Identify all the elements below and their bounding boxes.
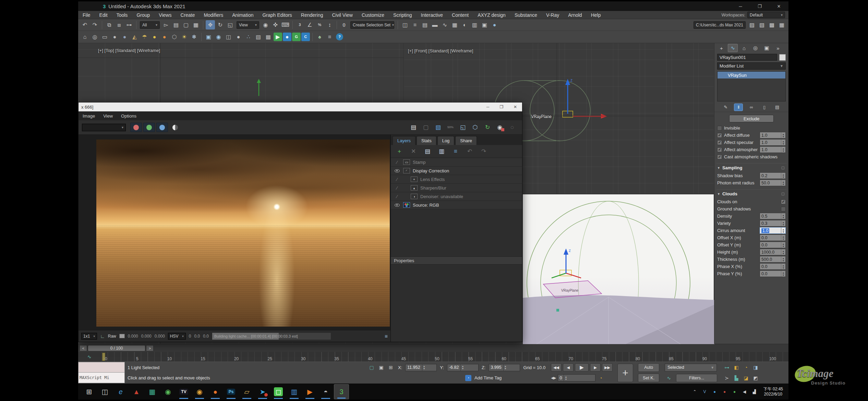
material-editor-icon[interactable]: ◐: [460, 20, 469, 29]
maxscript-macro-row[interactable]: [78, 362, 125, 373]
layer-visibility-toggle[interactable]: ⁄: [391, 160, 403, 165]
region-render-icon[interactable]: ▧: [434, 123, 443, 132]
load-layer-tree-icon[interactable]: ▥: [437, 147, 446, 156]
spinner-arrows[interactable]: ▴▾: [781, 173, 785, 179]
go-to-end-button[interactable]: ▶▶: [602, 363, 613, 372]
export-icon[interactable]: ▦: [777, 20, 786, 29]
tab-log[interactable]: Log: [437, 136, 455, 145]
redo-icon[interactable]: ↷: [90, 20, 99, 29]
task-view-button[interactable]: ◫: [97, 384, 112, 399]
value-spinner[interactable]: 0.0▴▾: [760, 242, 786, 248]
menu-substance[interactable]: Substance: [510, 12, 542, 18]
vfb-minimize-button[interactable]: ─: [481, 102, 495, 111]
redo-icon[interactable]: ↷: [479, 147, 488, 156]
value-spinner[interactable]: 50.0▴▾: [760, 180, 786, 186]
sphere-yellow-icon[interactable]: ●: [150, 32, 159, 41]
toggle-ribbon-icon[interactable]: ▬: [430, 20, 439, 29]
spinner-arrows[interactable]: ▲▼: [460, 364, 465, 371]
spinner-arrows[interactable]: ▲▼: [564, 375, 568, 381]
layer-row-sharpen-blur[interactable]: ⁄▴Sharpen/Blur: [391, 184, 522, 192]
stack-item-vraysun[interactable]: VRaySun: [718, 72, 785, 78]
checkbox[interactable]: ✓: [717, 155, 722, 159]
mirror-icon[interactable]: ◫: [400, 20, 410, 29]
folder-open-icon[interactable]: ▧: [757, 20, 767, 29]
add-key-button[interactable]: +: [617, 364, 633, 382]
save-image-icon[interactable]: ▤: [409, 123, 418, 132]
menu-modifiers[interactable]: Modifiers: [199, 12, 228, 18]
render-last-icon[interactable]: ◉: [495, 123, 504, 132]
menu-content[interactable]: Content: [447, 12, 473, 18]
set-key-button[interactable]: Set K.: [638, 374, 659, 382]
checkbox[interactable]: ✓: [717, 133, 722, 138]
show-end-result-icon[interactable]: ‖: [734, 104, 743, 111]
spinner-arrows[interactable]: ▴▾: [781, 213, 785, 219]
auto-key-button[interactable]: Auto: [638, 363, 659, 372]
frame-stepper-icon[interactable]: ◀▶: [551, 376, 556, 380]
tab-layers[interactable]: Layers: [393, 136, 415, 145]
window-crossing-icon[interactable]: ▦: [191, 20, 201, 29]
value-spinner[interactable]: 1.0▴▾: [760, 132, 786, 138]
select-and-link-icon[interactable]: ⧉: [105, 20, 114, 29]
mini-curve-editor-icon[interactable]: ∿: [78, 352, 101, 362]
vray-cloth-icon[interactable]: ▧: [254, 32, 263, 41]
checkbox[interactable]: ✓: [717, 140, 722, 145]
pixel-ratio-dropdown[interactable]: 1x1 ▾: [81, 333, 97, 340]
autodesk-app-icon[interactable]: ▲: [129, 384, 144, 399]
use-center-icon[interactable]: ◉: [261, 20, 270, 29]
bind-to-space-warp-icon[interactable]: ⊶: [124, 20, 134, 29]
vray-camera-icon[interactable]: ◉: [214, 32, 223, 41]
green-channel-button[interactable]: [143, 123, 155, 132]
value-spinner[interactable]: 1.0▴▾: [760, 227, 786, 234]
play-button[interactable]: ▶: [575, 363, 589, 372]
help-icon[interactable]: ?: [336, 33, 343, 40]
menu-create[interactable]: Create: [176, 12, 199, 18]
next-frame-arrow[interactable]: >: [146, 345, 154, 351]
grab-mode-icon[interactable]: ◔: [742, 364, 750, 371]
teapot-gray-icon[interactable]: ●: [110, 32, 119, 41]
tray-network-icon[interactable]: ▟: [751, 388, 758, 396]
select-and-move-icon[interactable]: ✥: [206, 20, 215, 29]
value-spinner[interactable]: 1000.0▴▾: [760, 249, 786, 255]
vray-stereo-icon[interactable]: ◫: [224, 32, 233, 41]
viewport-label-front[interactable]: [+] [Front] [Standard] [Wireframe]: [408, 48, 473, 53]
track-bar-ruler[interactable]: 0510152025303540455055606570758085909510…: [101, 352, 788, 362]
spinner-arrows[interactable]: ▴▾: [781, 220, 785, 226]
menu-animation[interactable]: Animation: [228, 12, 258, 18]
line-icon[interactable]: ◻: [271, 384, 286, 399]
selection-region-toggle-icon[interactable]: ▢: [367, 364, 376, 371]
section-header-clouds[interactable]: ▼Clouds: [716, 189, 786, 198]
vray-sphere-icon[interactable]: ●: [234, 32, 243, 41]
previous-frame-arrow[interactable]: <: [80, 345, 87, 351]
hidden-icons-chevron[interactable]: ⌃: [691, 388, 699, 396]
keyboard-shortcut-override-icon[interactable]: ⌨: [281, 20, 290, 29]
tab-modify[interactable]: ∿: [728, 44, 738, 52]
spinner-arrows[interactable]: ▴▾: [781, 242, 785, 248]
adaptive-degradation-icon[interactable]: ◩: [751, 374, 760, 382]
value-spinner[interactable]: 0.5▴▾: [760, 213, 786, 219]
follow-mouse-icon[interactable]: ⬡: [471, 123, 480, 132]
layer-row-lens-effects[interactable]: ⁄+Lens Effects: [391, 175, 522, 184]
spinner-arrows[interactable]: ▴▾: [781, 228, 785, 233]
layer-visibility-toggle[interactable]: ⁄: [391, 194, 403, 199]
spinner-arrows[interactable]: ▴▾: [781, 264, 785, 269]
hexagon-icon[interactable]: ⬡: [170, 32, 179, 41]
layer-row-denoiser-unavailable[interactable]: ⁄◑Denoiser: unavailable: [391, 192, 522, 201]
tab-share[interactable]: Share: [455, 136, 477, 145]
photoshop-icon[interactable]: Ps: [224, 384, 239, 399]
snap-small-icon[interactable]: ◪: [742, 374, 750, 382]
zoom-50-icon[interactable]: 50%: [446, 123, 455, 132]
vfb-properties-header[interactable]: Properties: [391, 256, 522, 265]
tv-app-icon[interactable]: TV: [176, 384, 191, 399]
filters-button[interactable]: Filters...: [676, 374, 717, 382]
tray-volume-icon[interactable]: ◀: [741, 388, 748, 396]
undo-icon[interactable]: ↶: [465, 147, 474, 156]
max-file-icon[interactable]: ▦: [145, 384, 160, 399]
tab-more[interactable]: »: [773, 44, 783, 52]
render-production-icon[interactable]: ●: [490, 20, 499, 29]
vfb-menu-options[interactable]: Options: [117, 113, 141, 119]
layer-row-display-correction[interactable]: ◜Display Correction: [391, 167, 522, 175]
render-setup-icon[interactable]: ▥: [470, 20, 479, 29]
tab-hierarchy[interactable]: ⌂: [739, 44, 749, 52]
tab-stats[interactable]: Stats: [417, 136, 436, 145]
value-spinner[interactable]: 1.0▴▾: [760, 146, 786, 153]
